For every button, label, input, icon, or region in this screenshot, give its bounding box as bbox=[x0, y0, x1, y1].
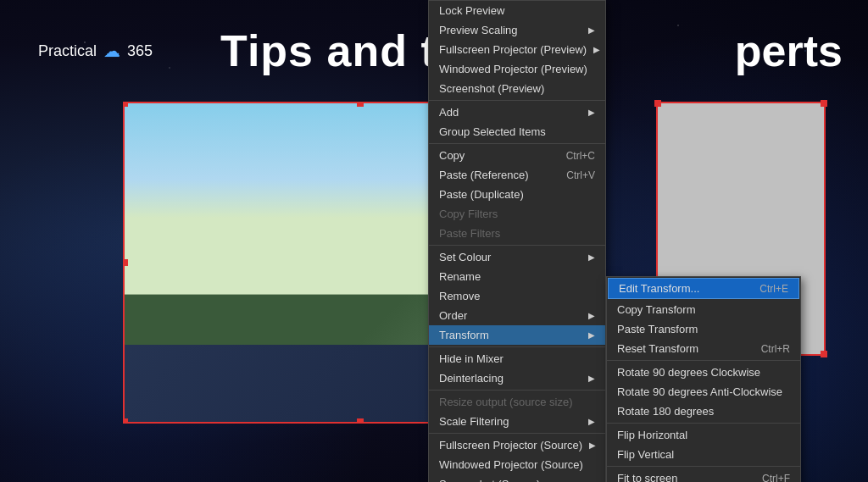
submenu-label-flip-v: Flip Vertical bbox=[617, 448, 790, 461]
submenu-label-rotate-ccw: Rotate 90 degrees Anti-Clockwise bbox=[617, 385, 790, 398]
menu-label-resize-output: Resize output (source size) bbox=[439, 396, 595, 408]
menu-label-paste-duplicate: Paste (Duplicate) bbox=[439, 188, 595, 201]
menu-item-lock-preview[interactable]: Lock Preview bbox=[429, 1, 605, 20]
menu-label-rename: Rename bbox=[439, 270, 595, 283]
gray-handle-bottomright[interactable] bbox=[821, 351, 827, 357]
menu-item-fullscreen-projector-source[interactable]: Fullscreen Projector (Source) ▶ bbox=[429, 435, 605, 455]
submenu-item-flip-v[interactable]: Flip Vertical bbox=[607, 445, 800, 464]
submenu-item-rotate-cw[interactable]: Rotate 90 degrees Clockwise bbox=[607, 363, 800, 382]
menu-item-windowed-projector-preview[interactable]: Windowed Projector (Preview) bbox=[429, 59, 605, 79]
menu-item-resize-output: Resize output (source size) bbox=[429, 392, 605, 412]
transform-divider-3 bbox=[607, 466, 800, 467]
menu-label-hide-in-mixer: Hide in Mixer bbox=[439, 352, 595, 365]
menu-item-order[interactable]: Order ▶ bbox=[429, 306, 605, 325]
submenu-item-rotate-ccw[interactable]: Rotate 90 degrees Anti-Clockwise bbox=[607, 382, 800, 402]
slide-title-end: perts bbox=[735, 25, 843, 76]
submenu-arrow-set-colour: ▶ bbox=[588, 252, 595, 262]
submenu-item-copy-transform[interactable]: Copy Transform bbox=[607, 300, 800, 319]
shortcut-fit-screen: Ctrl+F bbox=[762, 473, 790, 483]
submenu-arrow-order: ▶ bbox=[588, 311, 595, 320]
submenu-arrow-fullscreen-preview: ▶ bbox=[593, 45, 600, 54]
menu-item-group-selected[interactable]: Group Selected Items bbox=[429, 122, 605, 141]
menu-item-deinterlacing[interactable]: Deinterlacing ▶ bbox=[429, 368, 605, 388]
submenu-item-paste-transform[interactable]: Paste Transform bbox=[607, 319, 800, 339]
submenu-arrow-scale-filtering: ▶ bbox=[588, 417, 595, 426]
menu-item-scale-filtering[interactable]: Scale Filtering ▶ bbox=[429, 412, 605, 431]
submenu-item-rotate-180[interactable]: Rotate 180 degrees bbox=[607, 402, 800, 421]
menu-item-add[interactable]: Add ▶ bbox=[429, 102, 605, 122]
shortcut-edit-transform: Ctrl+E bbox=[760, 283, 788, 295]
menu-item-hide-in-mixer[interactable]: Hide in Mixer bbox=[429, 349, 605, 368]
submenu-item-flip-h[interactable]: Flip Horizontal bbox=[607, 425, 800, 445]
gray-handle-topleft[interactable] bbox=[654, 100, 661, 107]
shortcut-reset-transform: Ctrl+R bbox=[761, 343, 790, 355]
submenu-arrow-fullscreen-source: ▶ bbox=[589, 440, 596, 450]
menu-item-screenshot-source[interactable]: Screenshot (Source) bbox=[429, 474, 605, 482]
menu-label-preview-scaling: Preview Scaling bbox=[439, 24, 581, 36]
context-menu: Lock Preview Preview Scaling ▶ Fullscree… bbox=[428, 0, 606, 482]
shortcut-paste-reference: Ctrl+V bbox=[566, 169, 595, 181]
menu-label-fullscreen-projector-source: Fullscreen Projector (Source) bbox=[439, 439, 582, 452]
menu-label-lock-preview: Lock Preview bbox=[439, 4, 595, 17]
menu-label-scale-filtering: Scale Filtering bbox=[439, 415, 581, 428]
menu-label-screenshot-source: Screenshot (Source) bbox=[439, 478, 595, 482]
submenu-arrow-preview-scaling: ▶ bbox=[588, 25, 595, 35]
submenu-label-flip-h: Flip Horizontal bbox=[617, 429, 790, 441]
menu-label-copy-filters: Copy Filters bbox=[439, 208, 595, 220]
menu-label-screenshot-preview: Screenshot (Preview) bbox=[439, 82, 595, 95]
resize-handle-topleft[interactable] bbox=[123, 102, 128, 107]
transform-divider-1 bbox=[607, 360, 800, 361]
shortcut-copy: Ctrl+C bbox=[566, 150, 595, 162]
divider-3 bbox=[429, 245, 605, 246]
submenu-item-fit-screen[interactable]: Fit to screen Ctrl+F bbox=[607, 468, 800, 482]
submenu-label-reset-transform: Reset Transform bbox=[617, 342, 744, 355]
menu-item-copy-filters: Copy Filters bbox=[429, 204, 605, 224]
menu-item-set-colour[interactable]: Set Colour ▶ bbox=[429, 247, 605, 267]
menu-label-set-colour: Set Colour bbox=[439, 251, 581, 263]
menu-label-transform: Transform bbox=[439, 329, 581, 341]
menu-label-copy: Copy bbox=[439, 149, 549, 162]
transform-divider-2 bbox=[607, 423, 800, 424]
resize-handle-bottomleft[interactable] bbox=[123, 418, 128, 424]
menu-item-copy[interactable]: Copy Ctrl+C bbox=[429, 146, 605, 165]
logo-cloud-icon: ☁ bbox=[103, 41, 120, 61]
resize-handle-bottommid[interactable] bbox=[357, 418, 364, 424]
menu-label-windowed-projector-preview: Windowed Projector (Preview) bbox=[439, 63, 595, 75]
menu-item-paste-reference[interactable]: Paste (Reference) Ctrl+V bbox=[429, 165, 605, 185]
menu-item-transform[interactable]: Transform ▶ bbox=[429, 325, 605, 345]
menu-label-windowed-projector-source: Windowed Projector (Source) bbox=[439, 458, 595, 471]
divider-5 bbox=[429, 390, 605, 391]
gray-handle-topright[interactable] bbox=[821, 100, 827, 107]
submenu-arrow-transform: ▶ bbox=[588, 330, 595, 340]
submenu-arrow-deinterlacing: ▶ bbox=[588, 374, 595, 383]
logo-number: 365 bbox=[127, 42, 153, 60]
menu-label-deinterlacing: Deinterlacing bbox=[439, 372, 581, 385]
menu-item-screenshot-preview[interactable]: Screenshot (Preview) bbox=[429, 79, 605, 98]
menu-item-fullscreen-projector-preview[interactable]: Fullscreen Projector (Preview) ▶ bbox=[429, 40, 605, 59]
submenu-item-edit-transform[interactable]: Edit Transform... Ctrl+E bbox=[608, 278, 799, 299]
submenu-item-reset-transform[interactable]: Reset Transform Ctrl+R bbox=[607, 339, 800, 358]
submenu-label-copy-transform: Copy Transform bbox=[617, 303, 790, 316]
divider-2 bbox=[429, 143, 605, 144]
menu-label-remove: Remove bbox=[439, 290, 595, 302]
menu-item-windowed-projector-source[interactable]: Windowed Projector (Source) bbox=[429, 455, 605, 474]
logo: Practical ☁ 365 bbox=[38, 41, 153, 61]
resize-handle-midleft[interactable] bbox=[123, 259, 128, 266]
menu-item-remove[interactable]: Remove bbox=[429, 286, 605, 306]
submenu-label-rotate-180: Rotate 180 degrees bbox=[617, 405, 790, 418]
resize-handle-topmid[interactable] bbox=[357, 102, 364, 107]
menu-item-rename[interactable]: Rename bbox=[429, 267, 605, 286]
divider-6 bbox=[429, 433, 605, 434]
submenu-transform: Edit Transform... Ctrl+E Copy Transform … bbox=[606, 276, 801, 482]
menu-label-add: Add bbox=[439, 106, 581, 119]
menu-label-order: Order bbox=[439, 309, 581, 322]
menu-item-paste-duplicate[interactable]: Paste (Duplicate) bbox=[429, 185, 605, 204]
submenu-label-rotate-cw: Rotate 90 degrees Clockwise bbox=[617, 366, 790, 379]
divider-4 bbox=[429, 346, 605, 347]
menu-label-paste-filters: Paste Filters bbox=[439, 227, 595, 240]
menu-label-paste-reference: Paste (Reference) bbox=[439, 169, 549, 181]
menu-label-fullscreen-projector-preview: Fullscreen Projector (Preview) bbox=[439, 43, 587, 56]
menu-item-preview-scaling[interactable]: Preview Scaling ▶ bbox=[429, 20, 605, 40]
submenu-label-edit-transform: Edit Transform... bbox=[619, 282, 743, 295]
divider-1 bbox=[429, 100, 605, 101]
